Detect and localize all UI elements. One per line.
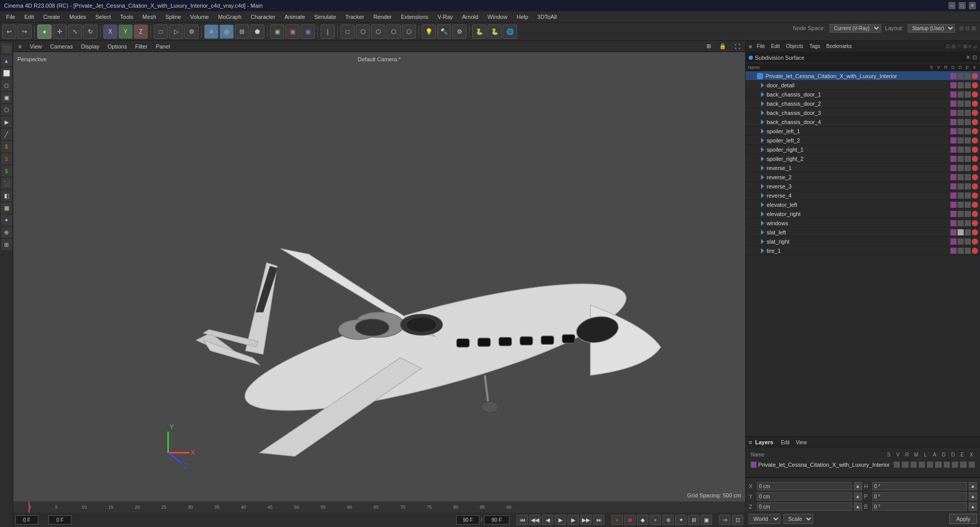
tool-obj1[interactable]: ⬜ (1, 67, 12, 79)
end-frame-input[interactable] (456, 515, 479, 524)
go-start-btn[interactable]: ⏮ (517, 515, 528, 525)
obj-row-windows[interactable]: windows (746, 219, 980, 228)
h-rot-input[interactable] (872, 482, 967, 490)
layer-ctrl-7[interactable] (944, 462, 950, 468)
scale-tool-btn[interactable]: ⊞ (235, 25, 249, 39)
b-rot-input[interactable] (872, 502, 967, 511)
render-btn[interactable]: 💡 (422, 25, 436, 39)
obj-row-tire-1[interactable]: tire_1 (746, 246, 980, 255)
maximize-btn[interactable]: □ (959, 2, 966, 9)
rotate-btn[interactable]: ↻ (83, 25, 97, 39)
obj-row-root[interactable]: Private_let_Cessna_Citation_X_with_Luxur… (746, 71, 980, 81)
menu-file[interactable]: File (2, 13, 19, 21)
object-select-z[interactable]: Z (134, 25, 148, 39)
menu-create[interactable]: Create (39, 13, 64, 21)
next-frame-btn[interactable]: ▶▶ (580, 515, 592, 525)
layer-ctrl-4[interactable] (919, 462, 925, 468)
mat-btn3[interactable]: ⬡ (371, 25, 385, 39)
ctrl-gray2[interactable] (965, 73, 971, 79)
tool-curve[interactable]: ╱ (1, 129, 12, 140)
vp-fullscreen-btn[interactable]: ⛶ (732, 43, 742, 50)
web-btn[interactable]: 🌐 (503, 25, 517, 39)
obj-row-slat-right[interactable]: slat_right (746, 237, 980, 246)
obj-row-spoiler-left-1[interactable]: spoiler_left_1 (746, 127, 980, 136)
layers-view[interactable]: View (794, 440, 808, 445)
menu-select[interactable]: Select (91, 13, 115, 21)
vp-options-menu[interactable]: Options (106, 43, 129, 50)
menu-simulate[interactable]: Simulate (310, 13, 340, 21)
undo-btn[interactable]: ↩ (2, 25, 16, 39)
ctrl-purple[interactable] (950, 73, 957, 79)
motion-btn2[interactable]: ⊡ (732, 515, 743, 525)
y-pos-input[interactable] (757, 492, 852, 500)
ctrl-g2[interactable] (965, 82, 971, 88)
vp-lock-btn[interactable]: 🔒 (717, 43, 728, 50)
ctrl-r1[interactable] (972, 82, 978, 88)
timeline-ruler[interactable]: 0 5 10 15 20 25 30 35 40 45 50 55 60 65 … (13, 501, 745, 513)
anim-btn2[interactable]: ⊕ (663, 515, 674, 525)
layout-select[interactable]: Startup (User) (908, 24, 955, 33)
prev-btn[interactable]: ◀ (542, 515, 553, 525)
layer-ctrl-3[interactable] (911, 462, 917, 468)
menu-arnold[interactable]: Arnold (458, 13, 482, 21)
rotate-tool-btn[interactable]: ◎ (219, 25, 234, 39)
motion-btn1[interactable]: ⇒ (719, 515, 730, 525)
tool-select[interactable]: ⬛ (1, 43, 12, 54)
vp-panel-menu[interactable]: Panel (154, 43, 172, 50)
layers-edit[interactable]: Edit (779, 440, 791, 445)
om-file-menu[interactable]: File (755, 43, 766, 49)
window-controls[interactable]: ─ □ ✕ (948, 2, 976, 9)
play-btn[interactable]: ▶ (555, 515, 566, 525)
apply-button[interactable]: Apply (949, 514, 977, 524)
p-rot-btn[interactable]: ▲ (969, 492, 977, 500)
anim-btn1[interactable]: + (650, 515, 661, 525)
current-time-input[interactable] (15, 515, 38, 524)
poly-model-btn[interactable]: ▣ (270, 25, 284, 39)
scene-btn[interactable]: ▣ (301, 25, 315, 39)
om-edit-menu[interactable]: Edit (770, 43, 781, 49)
obj-row-back-chassis-1[interactable]: back_chassis_door_1 (746, 90, 980, 99)
tool-sculpt[interactable]: ◧ (1, 190, 12, 201)
layer-ctrl-6[interactable] (935, 462, 941, 468)
tool-poly[interactable]: ▲ (1, 55, 12, 66)
obj-row-back-chassis-2[interactable]: back_chassis_door_2 (746, 99, 980, 108)
scale-select[interactable]: Scale Size (783, 514, 813, 524)
z-pos-btn[interactable]: ▲ (854, 502, 862, 511)
render3-btn[interactable]: ⚙ (452, 25, 467, 39)
menu-tools[interactable]: Tools (116, 13, 137, 21)
move-btn[interactable]: ✛ (53, 25, 67, 39)
layers-toggle[interactable]: ≡ (749, 439, 752, 445)
om-objects-menu[interactable]: Objects (785, 43, 805, 49)
y-pos-btn[interactable]: ▲ (854, 492, 862, 500)
obj-row-reverse-1[interactable]: reverse_1 (746, 163, 980, 173)
tool-deform[interactable]: $ (1, 141, 12, 152)
render2-btn[interactable]: 🔦 (437, 25, 451, 39)
ctrl-g1[interactable] (958, 82, 964, 88)
next-btn[interactable]: ▶ (568, 515, 579, 525)
obj-row-slat-left[interactable]: slat_left (746, 228, 980, 237)
obj-row-reverse-3[interactable]: reverse_3 (746, 182, 980, 191)
minimize-btn[interactable]: ─ (948, 2, 955, 9)
object-select-x[interactable]: X (103, 25, 117, 39)
layer-ctrl-8[interactable] (952, 462, 958, 468)
vp-display-menu[interactable]: Display (79, 43, 102, 50)
menu-character[interactable]: Character (247, 13, 279, 21)
obj-row-elevator-left[interactable]: elevator_left (746, 200, 980, 209)
fps-input[interactable] (484, 515, 509, 524)
layer-row-main[interactable]: Private_let_Cessna_Citation_X_with_Luxur… (749, 460, 977, 469)
x-pos-btn[interactable]: ▲ (854, 482, 862, 490)
new-scene-btn[interactable]: □ (154, 25, 168, 39)
vp-filter-menu[interactable]: Filter (133, 43, 150, 50)
save-btn[interactable]: ⚙ (184, 25, 199, 39)
om-toggle[interactable]: ≡ (749, 43, 752, 50)
vp-fit-btn[interactable]: ⊞ (704, 43, 713, 50)
viewport[interactable]: Perspective Default Camera.* Grid Spacin… (13, 52, 745, 501)
menu-spline[interactable]: Spline (161, 13, 185, 21)
ctrl-red[interactable] (972, 73, 978, 79)
live-select-btn[interactable]: ● (37, 25, 52, 39)
tool-paint[interactable]: ⬛ (1, 178, 12, 189)
obj-row-back-chassis-3[interactable]: back_chassis_door_3 (746, 108, 980, 117)
menu-extensions[interactable]: Extensions (397, 13, 432, 21)
tool-obj5[interactable]: ▶ (1, 116, 12, 128)
anim-btn4[interactable]: ⊞ (688, 515, 699, 525)
